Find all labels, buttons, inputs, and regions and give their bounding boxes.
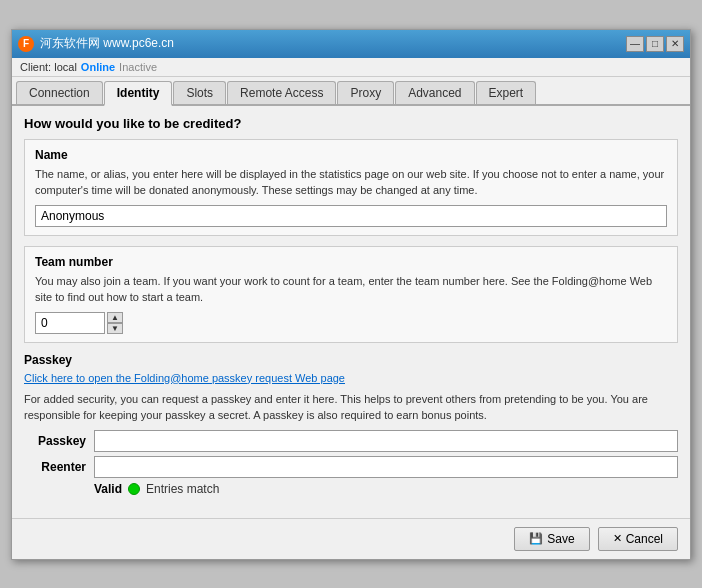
status-online-label: Online — [81, 61, 115, 73]
valid-row: Valid Entries match — [24, 482, 678, 496]
tab-advanced[interactable]: Advanced — [395, 81, 474, 104]
app-icon: F — [18, 36, 34, 52]
client-status-bar: Client: local Online Inactive — [12, 58, 690, 77]
name-input[interactable] — [35, 205, 667, 227]
window-title: 河东软件网 www.pc6e.cn — [40, 35, 174, 52]
team-label: Team number — [35, 255, 667, 269]
passkey-field-label: Passkey — [24, 434, 94, 448]
minimize-button[interactable]: — — [626, 36, 644, 52]
title-controls: — □ ✕ — [626, 36, 684, 52]
passkey-row: Passkey — [24, 430, 678, 452]
tab-slots[interactable]: Slots — [173, 81, 226, 104]
maximize-button[interactable]: □ — [646, 36, 664, 52]
title-bar: F 河东软件网 www.pc6e.cn — □ ✕ — [12, 30, 690, 58]
name-description: The name, or alias, you enter here will … — [35, 166, 667, 199]
cancel-label: Cancel — [626, 532, 663, 546]
reenter-row: Reenter — [24, 456, 678, 478]
section-heading: How would you like to be credited? — [24, 116, 678, 131]
save-button[interactable]: 💾 Save — [514, 527, 589, 551]
team-section: Team number You may also join a team. If… — [24, 246, 678, 343]
footer: 💾 Save ✕ Cancel — [12, 518, 690, 559]
tab-bar: Connection Identity Slots Remote Access … — [12, 77, 690, 106]
team-description: You may also join a team. If you want yo… — [35, 273, 667, 306]
reenter-input[interactable] — [94, 456, 678, 478]
team-spinner-group: ▲ ▼ — [35, 312, 667, 334]
spinner-buttons: ▲ ▼ — [107, 312, 123, 334]
status-inactive-label: Inactive — [119, 61, 157, 73]
passkey-link[interactable]: Click here to open the Folding@home pass… — [24, 372, 345, 384]
main-window: F 河东软件网 www.pc6e.cn — □ ✕ Client: local … — [11, 29, 691, 560]
tab-remote-access[interactable]: Remote Access — [227, 81, 336, 104]
tab-connection[interactable]: Connection — [16, 81, 103, 104]
tab-expert[interactable]: Expert — [476, 81, 537, 104]
spinner-down-button[interactable]: ▼ — [107, 323, 123, 334]
close-button[interactable]: ✕ — [666, 36, 684, 52]
reenter-field-label: Reenter — [24, 460, 94, 474]
team-number-input[interactable] — [35, 312, 105, 334]
tab-proxy[interactable]: Proxy — [337, 81, 394, 104]
save-label: Save — [547, 532, 574, 546]
name-section: Name The name, or alias, you enter here … — [24, 139, 678, 236]
client-label: Client: local — [20, 61, 77, 73]
passkey-description: For added security, you can request a pa… — [24, 391, 678, 424]
cancel-icon: ✕ — [613, 532, 622, 545]
save-icon: 💾 — [529, 532, 543, 545]
passkey-heading: Passkey — [24, 353, 678, 367]
title-bar-left: F 河东软件网 www.pc6e.cn — [18, 35, 174, 52]
passkey-section: Passkey Click here to open the Folding@h… — [24, 353, 678, 496]
tab-identity[interactable]: Identity — [104, 81, 173, 106]
name-label: Name — [35, 148, 667, 162]
valid-label: Valid — [94, 482, 122, 496]
tab-content: How would you like to be credited? Name … — [12, 106, 690, 518]
valid-status-text: Entries match — [146, 482, 219, 496]
passkey-input[interactable] — [94, 430, 678, 452]
valid-indicator — [128, 483, 140, 495]
spinner-up-button[interactable]: ▲ — [107, 312, 123, 323]
cancel-button[interactable]: ✕ Cancel — [598, 527, 678, 551]
